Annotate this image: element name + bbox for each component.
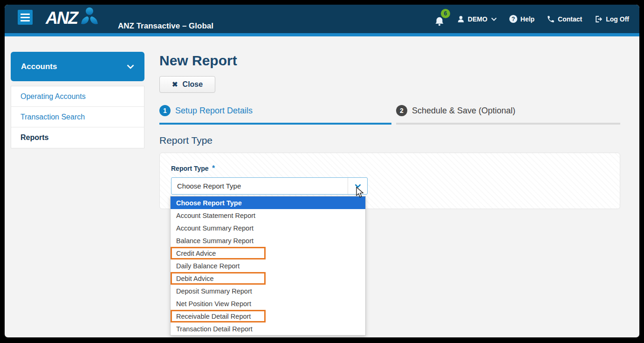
logoff-label: Log Off <box>606 15 629 23</box>
sidebar-menu: Operating Accounts Transaction Search Re… <box>11 86 144 148</box>
report-type-select-value: Choose Report Type <box>171 182 348 190</box>
close-button[interactable]: ✖ Close <box>159 76 215 93</box>
step-number: 2 <box>396 105 407 116</box>
notifications-button[interactable]: 6 <box>434 15 445 27</box>
chevron-down-icon <box>127 64 134 69</box>
option-deposit-summary-report[interactable]: Deposit Summary Report <box>171 285 365 297</box>
contact-button[interactable]: Contact <box>547 15 582 23</box>
required-marker: * <box>212 164 215 172</box>
header-actions: 6 DEMO ? Help <box>434 5 629 33</box>
app-title: ANZ Transactive – Global <box>118 21 213 31</box>
help-icon: ? <box>509 14 518 23</box>
option-credit-advice[interactable]: Credit Advice <box>171 247 365 259</box>
mouse-cursor <box>356 187 365 199</box>
sidebar-item-operating-accounts[interactable]: Operating Accounts <box>11 86 144 107</box>
user-icon <box>457 15 465 23</box>
anz-logo: ANZ <box>46 8 100 28</box>
page-title: New Report <box>159 53 620 69</box>
step-schedule-save[interactable]: 2 Schedule & Save (Optional) <box>396 105 620 125</box>
step-setup-report-details[interactable]: 1 Setup Report Details <box>159 105 391 125</box>
help-label: Help <box>521 15 534 23</box>
option-receivable-detail-report[interactable]: Receivable Detail Report <box>171 310 365 322</box>
sidebar-section-label: Accounts <box>21 62 57 71</box>
stepper: 1 Setup Report Details 2 Schedule & Save… <box>159 105 620 125</box>
report-type-field-label: Report Type <box>171 165 209 172</box>
close-label: Close <box>183 80 203 89</box>
option-account-summary-report[interactable]: Account Summary Report <box>171 222 365 234</box>
phone-icon <box>547 15 555 23</box>
close-icon: ✖ <box>172 80 178 89</box>
svg-text:?: ? <box>511 16 515 22</box>
menu-icon[interactable] <box>18 10 33 25</box>
step-label: Setup Report Details <box>175 106 253 116</box>
logoff-icon <box>594 15 603 23</box>
anz-logo-text: ANZ <box>46 8 77 28</box>
contact-label: Contact <box>558 15 582 23</box>
option-choose-report-type[interactable]: Choose Report Type <box>171 196 365 209</box>
help-button[interactable]: ? Help <box>509 14 534 23</box>
header-accent-strip <box>5 33 639 36</box>
option-account-statement-report[interactable]: Account Statement Report <box>171 209 365 222</box>
notification-badge: 6 <box>441 9 450 18</box>
option-transaction-detail-report[interactable]: Transaction Detail Report <box>171 322 365 335</box>
user-menu[interactable]: DEMO <box>457 15 497 23</box>
report-type-dropdown: Choose Report Type Account Statement Rep… <box>170 196 366 336</box>
app-window: ANZ ANZ Transactive – Global <box>5 5 639 337</box>
sidebar-item-reports[interactable]: Reports <box>11 127 144 148</box>
step-number: 1 <box>159 105 171 116</box>
main-content: New Report ✖ Close 1 Setup Report Detail… <box>159 49 620 209</box>
chevron-down-icon <box>491 17 497 21</box>
sidebar-section-accounts[interactable]: Accounts <box>11 52 144 81</box>
anz-lotus-icon <box>79 7 100 27</box>
user-label: DEMO <box>468 15 487 23</box>
option-debit-advice[interactable]: Debit Advice <box>171 272 365 285</box>
report-type-select[interactable]: Choose Report Type <box>171 177 368 195</box>
option-daily-balance-report[interactable]: Daily Balance Report <box>171 259 365 272</box>
top-header: ANZ ANZ Transactive – Global <box>5 5 639 33</box>
sidebar: Accounts Operating Accounts Transaction … <box>11 52 144 148</box>
logoff-button[interactable]: Log Off <box>594 15 629 23</box>
sidebar-item-transaction-search[interactable]: Transaction Search <box>11 107 144 127</box>
option-net-position-view-report[interactable]: Net Position View Report <box>171 297 365 310</box>
section-title: Report Type <box>159 135 620 146</box>
option-balance-summary-report[interactable]: Balance Summary Report <box>171 234 365 247</box>
step-label: Schedule & Save (Optional) <box>412 106 515 116</box>
